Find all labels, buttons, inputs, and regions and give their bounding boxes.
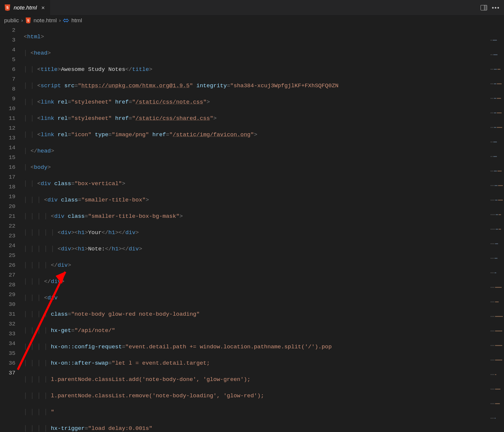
line-number: 12: [0, 123, 15, 133]
code-line[interactable]: │ │ <link rel="stylesheet" href="/static…: [24, 114, 486, 123]
code-area[interactable]: <html> │ <head> │ │ <title>Awesome Study…: [24, 26, 504, 432]
line-number: 29: [0, 290, 15, 300]
line-number: 23: [0, 231, 15, 241]
code-line[interactable]: │ │ │ │ hx-trigger="load delay:0.001s": [24, 424, 486, 432]
html5-icon: [25, 18, 31, 23]
line-number: 19: [0, 192, 15, 202]
html5-icon: [4, 4, 11, 11]
line-number: 24: [0, 241, 15, 251]
code-line[interactable]: │ │ <div class="box-vertical">: [24, 179, 486, 189]
line-number: 17: [0, 172, 15, 182]
code-line[interactable]: │ │ │ │ hx-get="/api/note/": [24, 326, 486, 336]
line-number: 31: [0, 309, 15, 319]
line-number-gutter: 2345678910111213141516171819202122232425…: [0, 26, 24, 432]
line-number: 8: [0, 84, 15, 94]
line-number: 34: [0, 339, 15, 349]
line-number: 2: [0, 26, 15, 35]
code-line[interactable]: │ │ │ │ l.parentNode.classList.add('note…: [24, 375, 486, 385]
close-icon[interactable]: ×: [40, 5, 46, 11]
code-line[interactable]: │ │ │ │ hx-on::config-request="event.det…: [24, 342, 486, 352]
line-number: 10: [0, 104, 15, 114]
code-line[interactable]: │ │ <link rel="icon" type="image/png" hr…: [24, 130, 486, 140]
line-number: 14: [0, 143, 15, 153]
line-number: 20: [0, 202, 15, 212]
chevron-right-icon: ›: [59, 18, 61, 23]
symbol-icon: [63, 18, 69, 23]
code-line[interactable]: │ │ │ │ │ <div><h1>Your</h1></div>: [24, 228, 486, 238]
line-number: 26: [0, 261, 15, 270]
line-number: 32: [0, 319, 15, 329]
more-actions-icon[interactable]: •••: [492, 5, 500, 11]
line-number: 3: [0, 35, 15, 45]
code-line[interactable]: │ │ │ │ ": [24, 407, 486, 417]
line-number: 25: [0, 251, 15, 261]
breadcrumb: public › note.html › html: [0, 15, 504, 26]
line-number: 7: [0, 74, 15, 84]
code-line[interactable]: <html>: [24, 32, 486, 42]
minimap[interactable]: [490, 26, 504, 109]
code-line[interactable]: │ │ <link rel="stylesheet" href="/static…: [24, 97, 486, 107]
code-line[interactable]: │ │ │ </div>: [24, 277, 486, 287]
code-line[interactable]: │ </head>: [24, 146, 486, 156]
line-number: 30: [0, 300, 15, 309]
tab-filename: note.html: [14, 4, 37, 11]
split-editor-icon[interactable]: [481, 5, 487, 10]
tab-bar: note.html × •••: [0, 0, 504, 15]
code-line[interactable]: │ │ <script src="https://unpkg.com/htmx.…: [24, 81, 486, 91]
code-line[interactable]: │ │ │ <div: [24, 293, 486, 303]
code-line[interactable]: │ │ │ │ </div>: [24, 261, 486, 270]
code-editor[interactable]: 2345678910111213141516171819202122232425…: [0, 26, 504, 432]
code-line[interactable]: │ │ <title>Awesome Study Notes</title>: [24, 65, 486, 74]
breadcrumb-file[interactable]: note.html: [34, 17, 57, 24]
line-number: 28: [0, 280, 15, 290]
code-line[interactable]: │ │ │ │ class="note-body glow-red note-b…: [24, 309, 486, 319]
line-number: 16: [0, 163, 15, 172]
line-number: 15: [0, 153, 15, 163]
line-number: 6: [0, 65, 15, 74]
tab-actions: •••: [481, 0, 504, 15]
file-tab[interactable]: note.html ×: [0, 0, 50, 15]
line-number: 33: [0, 329, 15, 339]
line-number: 5: [0, 55, 15, 65]
line-number: 22: [0, 221, 15, 231]
line-number: 21: [0, 212, 15, 221]
code-line[interactable]: │ │ │ │ hx-on::after-swap="let l = event…: [24, 358, 486, 368]
line-number: 35: [0, 349, 15, 358]
line-number: 27: [0, 270, 15, 280]
code-line[interactable]: │ <body>: [24, 163, 486, 172]
line-number: 11: [0, 114, 15, 123]
line-number: 9: [0, 94, 15, 104]
breadcrumb-folder[interactable]: public: [4, 17, 19, 24]
code-line[interactable]: │ │ │ │ l.parentNode.classList.remove('n…: [24, 391, 486, 401]
chevron-right-icon: ›: [21, 18, 23, 23]
code-line[interactable]: │ │ │ <div class="smaller-title-box">: [24, 195, 486, 205]
line-number: 4: [0, 45, 15, 55]
line-number: 36: [0, 358, 15, 368]
line-number: 13: [0, 133, 15, 143]
line-number: 37: [0, 368, 15, 378]
code-line[interactable]: │ │ │ │ <div class="smaller-title-box-bg…: [24, 212, 486, 221]
line-number: 18: [0, 182, 15, 192]
code-line[interactable]: │ <head>: [24, 48, 486, 58]
code-line[interactable]: │ │ │ │ │ <div><h1>Note:</h1></div>: [24, 244, 486, 254]
breadcrumb-symbol[interactable]: html: [71, 17, 82, 24]
